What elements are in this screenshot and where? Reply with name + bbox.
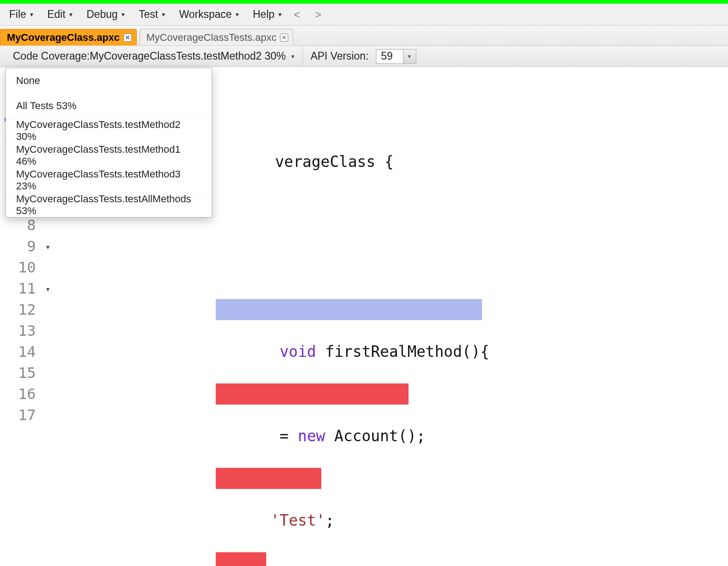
api-version-label: API Version: [303, 50, 376, 62]
uncovered-line-highlight [216, 383, 409, 405]
uncovered-line-highlight [216, 468, 321, 489]
coverage-option[interactable]: MyCoverageClassTests.testAllMethods 53% [6, 192, 212, 217]
caret-down-icon: ▼ [235, 11, 240, 18]
fold-toggle-icon[interactable]: ▼ [46, 244, 50, 250]
line-number: 8 [0, 215, 41, 236]
nav-back-icon[interactable]: < [294, 8, 300, 21]
line-number: 17 [0, 405, 41, 426]
close-icon[interactable]: ✕ [280, 33, 288, 42]
caret-down-icon: ▼ [290, 54, 295, 59]
line-number: 14 [0, 341, 41, 362]
covered-line-highlight [216, 299, 482, 320]
caret-down-icon: ▼ [29, 11, 34, 18]
tab-bar: MyCoverageClass.apxc ✕ MyCoverageClassTe… [0, 26, 728, 46]
uncovered-line-highlight [216, 552, 266, 566]
menu-file[interactable]: File▼ [3, 8, 41, 21]
menu-help-label: Help [253, 8, 274, 21]
line-number: 16 [0, 383, 41, 405]
api-version-select[interactable]: 59 ▼ [376, 49, 416, 64]
coverage-dropdown-menu: None All Tests 53% MyCoverageClassTests.… [6, 68, 212, 217]
window-top-accent [0, 0, 728, 4]
line-number: 9 [27, 238, 36, 255]
coverage-option[interactable]: MyCoverageClassTests.testMethod2 30% [6, 118, 212, 143]
menu-bar: File▼ Edit▼ Debug▼ Test▼ Workspace▼ Help… [0, 4, 728, 26]
caret-down-icon: ▼ [277, 11, 283, 18]
coverage-option-label: All Tests 53% [16, 100, 77, 112]
line-number: 11 [18, 280, 36, 297]
coverage-option-label: MyCoverageClassTests.testMethod3 23% [16, 168, 202, 192]
chevron-down-icon[interactable]: ▼ [403, 50, 416, 63]
line-number-column: 8 9 ▼ 10 11 ▼ 12 13 14 15 16 17 [0, 215, 41, 426]
keyword: void [280, 343, 316, 361]
code-text: = [270, 427, 298, 445]
menu-test[interactable]: Test▼ [132, 8, 173, 21]
api-version-value: 59 [376, 50, 403, 62]
coverage-option[interactable]: None [6, 68, 212, 93]
caret-down-icon: ▼ [68, 11, 74, 18]
menu-workspace-label: Workspace [179, 8, 232, 21]
nav-forward-icon[interactable]: > [315, 8, 321, 21]
code-text: ; [325, 511, 334, 529]
fold-toggle-icon[interactable]: ▼ [46, 286, 50, 293]
coverage-option[interactable]: All Tests 53% [6, 93, 212, 118]
tab-mycoverageclasstests[interactable]: MyCoverageClassTests.apxc ✕ [140, 29, 294, 45]
tab-label: MyCoverageClass.apxc [7, 32, 120, 44]
menu-workspace[interactable]: Workspace▼ [173, 8, 246, 21]
coverage-option[interactable]: MyCoverageClassTests.testMethod1 46% [6, 143, 212, 167]
coverage-option-label: MyCoverageClassTests.testMethod2 30% [16, 119, 202, 143]
menu-edit-label: Edit [47, 8, 66, 21]
menu-help[interactable]: Help▼ [246, 8, 289, 21]
tab-label: MyCoverageClassTests.apxc [146, 32, 277, 44]
menu-debug-label: Debug [86, 8, 118, 21]
code-text: Account(); [325, 427, 426, 445]
menu-file-label: File [9, 8, 26, 21]
coverage-option-label: MyCoverageClassTests.testMethod1 46% [16, 144, 202, 167]
keyword: new [298, 427, 325, 445]
coverage-prefix: Code Coverage: [13, 50, 90, 62]
coverage-option[interactable]: MyCoverageClassTests.testMethod3 23% [6, 167, 212, 192]
menu-test-label: Test [139, 8, 158, 21]
string-literal: 'Test' [270, 511, 325, 529]
line-number: 15 [0, 362, 41, 383]
coverage-selected: MyCoverageClassTests.testMethod2 30% [90, 50, 286, 62]
coverage-option-label: None [16, 75, 40, 87]
line-number: 13 [0, 320, 41, 341]
coverage-dropdown-trigger[interactable]: Code Coverage: MyCoverageClassTests.test… [0, 46, 303, 67]
close-icon[interactable]: ✕ [123, 33, 132, 42]
code-text: firstRealMethod(){ [316, 343, 490, 361]
tab-mycoverageclass[interactable]: MyCoverageClass.apxc ✕ [0, 29, 137, 45]
menu-edit[interactable]: Edit▼ [41, 8, 80, 21]
line-number: 10 [0, 257, 41, 278]
coverage-option-label: MyCoverageClassTests.testAllMethods 53% [16, 193, 202, 217]
caret-down-icon: ▼ [161, 11, 166, 18]
coverage-toolbar: Code Coverage: MyCoverageClassTests.test… [0, 46, 728, 67]
menu-debug[interactable]: Debug▼ [80, 8, 132, 21]
caret-down-icon: ▼ [120, 11, 126, 18]
line-number: 12 [0, 299, 41, 320]
